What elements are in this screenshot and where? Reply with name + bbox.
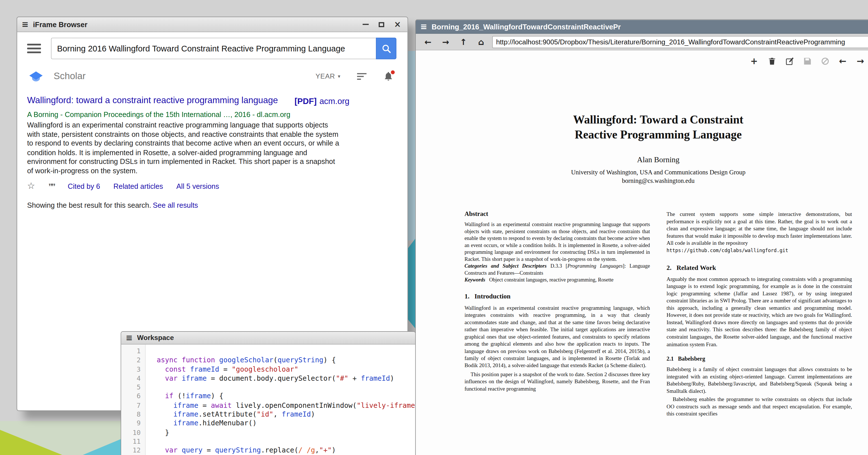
scholar-header: Scholar YEAR ▾ [17, 59, 408, 83]
search-result: Wallingford: toward a constraint reactiv… [17, 83, 408, 209]
scholar-logo-icon [29, 70, 43, 83]
section-2-1-heading: 2.1 Babelsberg [666, 355, 852, 362]
code-line-text: var query = queryString.replace(/ /g,"+"… [146, 446, 336, 455]
edit-pencil-icon [785, 57, 794, 65]
related-work-paragraph: Arguably the most common approach to int… [666, 275, 852, 347]
code-line-text: const frameId = "googlescholoar" [146, 365, 298, 374]
workspace-window: ≡ Workspace 12async function googleSchol… [121, 331, 416, 455]
delete-button[interactable] [766, 55, 778, 67]
all-versions-link[interactable]: All 5 versions [176, 182, 219, 190]
cancel-button[interactable] [819, 55, 831, 67]
scholar-brand: Scholar [54, 71, 86, 82]
cited-by-link[interactable]: Cited by 6 [68, 182, 100, 190]
code-line-text: iframe = await lively.openComponentInWin… [146, 401, 415, 410]
save-button[interactable] [801, 55, 813, 67]
babelsberg-paragraph-1: Babelsberg is a family of object constra… [666, 365, 852, 395]
line-number: 2 [121, 356, 146, 365]
introduction-paragraph-1: Wallingford is an experimental constrain… [464, 304, 650, 369]
url-input[interactable] [492, 36, 868, 48]
desktop: ≡ iFrame Browser × Scholar YEAR [0, 0, 868, 455]
code-line[interactable]: 2async function googleScholar(queryStrin… [121, 356, 415, 365]
workspace-titlebar[interactable]: ≡ Workspace [121, 332, 415, 344]
footer-text: Showing the best result for this search. [27, 201, 151, 209]
related-articles-link[interactable]: Related articles [114, 182, 163, 190]
close-button[interactable]: × [393, 20, 402, 29]
code-line[interactable]: 5 [121, 383, 415, 392]
edit-button[interactable] [783, 55, 796, 67]
save-floppy-icon [803, 57, 811, 65]
next-page-button[interactable]: → [854, 55, 866, 67]
code-editor[interactable]: 12async function googleScholar(queryStri… [121, 344, 415, 455]
pdf-link[interactable]: [PDF]acm.org [294, 96, 349, 106]
code-line-text: iframe.hideMenubar() [146, 419, 256, 428]
up-button[interactable]: ↑ [457, 35, 470, 48]
code-line[interactable]: 10 } [121, 428, 415, 437]
code-line[interactable]: 1 [121, 347, 415, 356]
window-menu-icon[interactable]: ≡ [22, 20, 29, 29]
chevron-down-icon: ▾ [338, 74, 340, 80]
line-number: 5 [121, 383, 146, 392]
search-button[interactable] [376, 38, 397, 59]
line-number: 12 [121, 446, 146, 455]
repository-url: https://github.com/cdglabs/wallingford.g… [666, 247, 852, 254]
code-lines: 12async function googleScholar(queryStri… [121, 347, 415, 455]
year-filter-dropdown[interactable]: YEAR ▾ [315, 72, 340, 80]
maximize-button[interactable] [377, 20, 386, 29]
save-star-icon[interactable]: ☆ [27, 182, 35, 190]
code-line[interactable]: 6 if (!iframe) { [121, 392, 415, 401]
pdf-window-titlebar[interactable]: ≡ Borning_2016_WallingfordTowardConstrai… [416, 20, 868, 34]
cite-icon[interactable]: ”” [48, 182, 55, 190]
window-title: Borning_2016_WallingfordTowardConstraint… [432, 22, 621, 31]
pdf-page: Wallingford: Toward a Constraint Reactiv… [464, 113, 852, 417]
code-line-text: var iframe = document.body.querySelector… [146, 374, 394, 383]
forward-button[interactable]: → [439, 35, 452, 48]
year-filter-label: YEAR [315, 72, 335, 80]
code-line-text [146, 437, 156, 446]
pdf-content-area: + ← → Wallingford: Toward a Constr [416, 50, 868, 455]
home-button[interactable]: ⌂ [474, 35, 488, 48]
code-line[interactable]: 11 [121, 437, 415, 446]
previous-page-button[interactable]: ← [837, 55, 849, 67]
search-input[interactable] [51, 38, 376, 59]
code-line[interactable]: 8 iframe.setAttribute("id", frameId) [121, 410, 415, 419]
code-line[interactable]: 7 iframe = await lively.openComponentInW… [121, 401, 415, 410]
result-snippet: Wallingford is an experimental constrain… [27, 121, 340, 176]
pdf-tag: [PDF] [294, 96, 317, 106]
line-number: 6 [121, 392, 146, 401]
minimize-button[interactable] [361, 20, 370, 29]
block-icon [821, 57, 829, 65]
section-2-heading: 2. Related Work [666, 264, 852, 271]
keywords-paragraph: KeywordsObject constraint languages, rea… [464, 276, 650, 283]
right-column-paragraph-1: The current system supports some simple … [666, 211, 852, 247]
filter-icon[interactable] [357, 73, 366, 80]
notification-dot [391, 70, 395, 74]
menu-icon[interactable] [27, 44, 41, 53]
paper-author: Alan Borning [464, 156, 852, 164]
back-button[interactable]: ← [422, 35, 435, 48]
paper-email: borning@cs.washington.edu [464, 177, 852, 184]
search-icon [381, 43, 391, 53]
pdf-toolbar: + ← → [748, 55, 866, 67]
trash-icon [768, 57, 776, 65]
alerts-bell-icon[interactable] [383, 70, 394, 83]
line-number: 11 [121, 437, 146, 446]
line-number: 4 [121, 374, 146, 383]
iframe-browser-titlebar[interactable]: ≡ iFrame Browser × [17, 17, 408, 32]
code-line[interactable]: 12 var query = queryString.replace(/ /g,… [121, 446, 415, 455]
section-1-heading: 1. Introduction [464, 293, 650, 300]
window-menu-icon[interactable]: ≡ [126, 334, 133, 342]
code-line[interactable]: 3 const frameId = "googlescholoar" [121, 365, 415, 374]
window-menu-icon[interactable]: ≡ [420, 22, 427, 31]
result-byline: A Borning - Companion Proceedings of the… [27, 110, 397, 118]
result-title-link[interactable]: Wallingford: toward a constraint reactiv… [27, 95, 287, 106]
line-number: 1 [121, 347, 146, 356]
introduction-paragraph-2: This position paper is a snapshot of the… [464, 370, 650, 392]
see-all-results-link[interactable]: See all results [153, 201, 198, 209]
abstract-text: Wallingford is an experimental constrain… [464, 221, 650, 263]
code-line[interactable]: 4 var iframe = document.body.querySelect… [121, 374, 415, 383]
add-annotation-button[interactable]: + [748, 55, 760, 67]
line-number: 8 [121, 410, 146, 419]
code-line[interactable]: 9 iframe.hideMenubar() [121, 419, 415, 428]
categories-paragraph: Categories and Subject DescriptorsD.3.3 … [464, 263, 650, 276]
window-title: Workspace [137, 334, 174, 342]
